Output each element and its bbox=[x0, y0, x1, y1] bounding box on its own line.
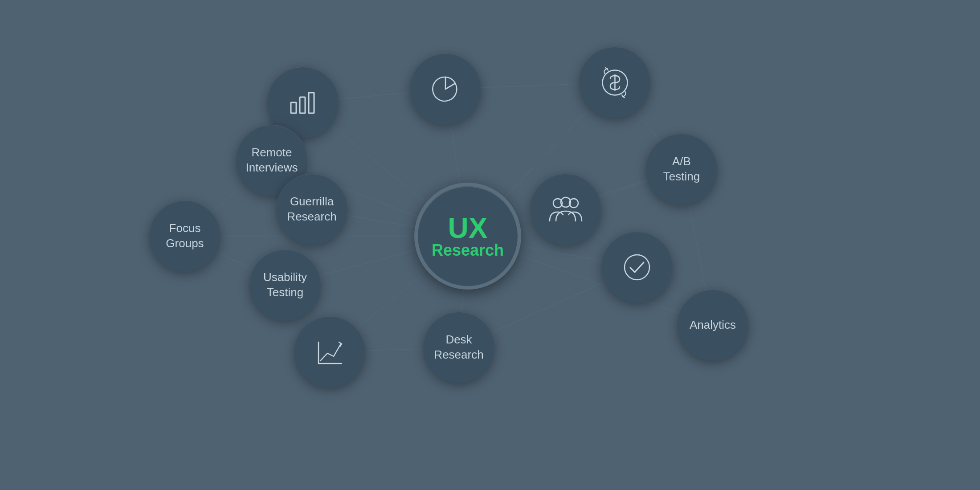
check-icon bbox=[621, 252, 653, 283]
ab-testing-node: A/B Testing bbox=[646, 134, 717, 205]
research-label: Research bbox=[432, 242, 504, 258]
center-node: UX Research bbox=[414, 183, 521, 290]
analytics-node: Analytics bbox=[677, 290, 748, 361]
svg-rect-0 bbox=[291, 102, 296, 113]
analytics-label: Analytics bbox=[682, 318, 744, 333]
pie-chart-node bbox=[410, 53, 481, 125]
ux-label: UX bbox=[448, 214, 488, 242]
ab-testing-label: A/B Testing bbox=[650, 154, 713, 184]
svg-rect-1 bbox=[300, 97, 305, 113]
usability-testing-node: Usability Testing bbox=[249, 249, 321, 321]
guerrilla-research-label: Guerrilla Research bbox=[281, 194, 343, 225]
remote-interviews-label: Remote Interviews bbox=[241, 145, 303, 176]
desk-research-node: Desk Research bbox=[423, 312, 494, 383]
svg-rect-2 bbox=[309, 93, 314, 113]
guerrilla-research-node: Guerrilla Research bbox=[276, 174, 347, 245]
pie-chart-icon bbox=[430, 74, 461, 105]
svg-point-9 bbox=[625, 255, 649, 280]
users-node bbox=[530, 174, 601, 245]
users-icon bbox=[548, 195, 584, 224]
money-node bbox=[579, 47, 650, 118]
trend-chart-node bbox=[294, 316, 365, 388]
checkmark-node bbox=[601, 232, 673, 303]
focus-groups-node: Focus Groups bbox=[149, 200, 220, 272]
focus-groups-label: Focus Groups bbox=[154, 221, 216, 251]
desk-research-label: Desk Research bbox=[428, 332, 490, 363]
usability-testing-label: Usability Testing bbox=[254, 270, 316, 300]
bar-chart-icon bbox=[287, 89, 318, 116]
dollar-icon bbox=[598, 66, 632, 99]
trend-icon bbox=[314, 338, 345, 367]
